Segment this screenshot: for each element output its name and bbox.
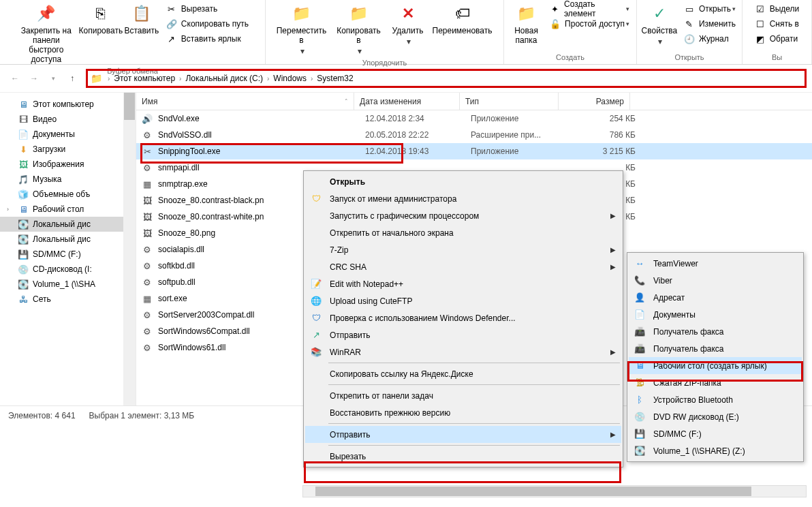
open-button[interactable]: ▭Открыть▾ [680, 1, 740, 16]
delete-button[interactable]: ✕Удалить▾ [388, 1, 428, 48]
menu-separator [328, 423, 620, 424]
menu-item[interactable]: 🛡Проверка с использованием Windows Defen… [305, 309, 621, 326]
sidebar-scrollbar[interactable] [123, 93, 136, 405]
pin-button[interactable]: 📌 Закрепить на панели быстрого доступа [12, 1, 80, 65]
menu-item[interactable]: ᛒУстройство Bluetooth [629, 391, 802, 408]
breadcrumb[interactable]: Локальный диск (C:) [183, 74, 266, 83]
nav-recent-button[interactable]: ▾ [45, 70, 61, 87]
tree-item[interactable]: ›🖥Рабочий стол [0, 202, 136, 217]
menu-item[interactable]: Скопировать ссылку на Яндекс.Диске [305, 365, 621, 382]
tree-item[interactable]: 💿CD-дисковод (I: [0, 262, 136, 277]
copy-to-button[interactable]: 📁Копировать в▾ [330, 1, 388, 57]
history-button[interactable]: 🕘Журнал [680, 31, 740, 46]
menu-item[interactable]: Открепить от панели задач [305, 387, 621, 404]
menu-item[interactable]: 📞Viber [629, 272, 802, 289]
menu-item[interactable]: Открыть [305, 173, 621, 190]
properties-button[interactable]: ✓Свойства▾ [639, 1, 680, 48]
chevron-down-icon: ▾ [658, 37, 662, 46]
new-folder-button[interactable]: 📁Новая папка [507, 1, 546, 46]
nav-forward-button[interactable]: → [26, 70, 42, 87]
tree-item[interactable]: 🖥Этот компьютер [0, 97, 136, 112]
breadcrumb[interactable]: Этот компьютер [111, 74, 178, 83]
menu-item[interactable]: 📠Получатель факса [629, 340, 802, 357]
menu-item[interactable]: 👤Адресат [629, 289, 802, 306]
menu-item[interactable]: 7-Zip▶ [305, 241, 621, 258]
paste-shortcut-button[interactable]: ↗Вставить ярлык [162, 31, 253, 46]
status-item-count: Элементов: 4 641 [8, 411, 76, 420]
menu-item-label: Edit with Notepad++ [330, 279, 403, 289]
menu-item[interactable]: ↔TeamViewer [629, 255, 802, 272]
chevron-right-icon[interactable]: › [106, 75, 111, 82]
col-date[interactable]: Дата изменения [354, 93, 460, 110]
menu-item[interactable]: 💿DVD RW дисковод (E:) [629, 408, 802, 425]
menu-item[interactable]: Отправить▶ [305, 426, 621, 443]
tree-item[interactable]: 🎵Музыка [0, 172, 136, 187]
menu-item[interactable]: 🌐Upload using CuteFTP [305, 292, 621, 309]
move-to-button[interactable]: 📁Переместить в▾ [273, 1, 330, 57]
tree-item[interactable]: 🎞Видео [0, 112, 136, 127]
rename-button[interactable]: 🏷Переименовать [428, 1, 497, 37]
col-size[interactable]: Размер [559, 93, 630, 110]
breadcrumb[interactable]: System32 [314, 74, 356, 83]
menu-item[interactable]: 📠Получатель факса [629, 323, 802, 340]
nav-back-button[interactable]: ← [7, 70, 23, 87]
tree-item[interactable]: 💽Локальный дис [0, 217, 136, 232]
menu-item-icon: 📝 [308, 278, 324, 290]
chevron-right-icon[interactable]: › [309, 75, 314, 82]
menu-item[interactable]: Запустить с графическим процессором▶ [305, 207, 621, 224]
tree-item[interactable]: 🧊Объемные объ [0, 187, 136, 202]
easy-access-button[interactable]: 🔓Простой доступ▾ [546, 16, 634, 31]
tree-item[interactable]: 💽Volume_1 (\\SHA [0, 277, 136, 292]
copy-path-button[interactable]: 🔗Скопировать путь [162, 16, 253, 31]
invert-selection-button[interactable]: ◩Обрати [751, 31, 804, 46]
select-all-button[interactable]: ☑Выдели [751, 1, 804, 16]
breadcrumb[interactable]: Windows [270, 74, 309, 83]
chevron-right-icon[interactable]: › [178, 75, 183, 82]
tree-item[interactable]: 💽Локальный дис [0, 232, 136, 247]
tree-item[interactable]: 📄Документы [0, 127, 136, 142]
address-bar[interactable]: 📁 › Этот компьютер › Локальный диск (C:)… [86, 69, 807, 88]
chevron-right-icon[interactable]: › [266, 75, 270, 82]
tree-item[interactable]: 💾SD/MMC (F:) [0, 247, 136, 262]
menu-item[interactable]: Открепить от начального экрана [305, 224, 621, 241]
menu-item[interactable]: 🛡Запуск от имени администратора [305, 190, 621, 207]
file-type: Расширение при... [471, 130, 569, 140]
tree-item[interactable]: 🖧Сеть [0, 292, 136, 307]
tree-item-icon: 🖥 [18, 204, 29, 215]
menu-item[interactable]: 🖥Рабочий стол (создать ярлык) [629, 357, 802, 374]
expand-icon[interactable]: › [7, 206, 9, 213]
tree-item[interactable]: ⬇Загрузки [0, 142, 136, 157]
file-icon: ⚙ [142, 309, 153, 320]
menu-item[interactable]: ↗Отправить [305, 326, 621, 343]
file-row[interactable]: 🔊SndVol.exe12.04.2018 2:34Приложение254 … [136, 110, 812, 127]
nav-up-button[interactable]: ↑ [64, 70, 80, 87]
menu-item[interactable]: Вырезать [305, 448, 621, 465]
col-name[interactable]: Имя˄ [136, 93, 354, 110]
file-row[interactable]: ⚙SndVolSSO.dll20.05.2018 22:22Расширение… [136, 127, 812, 143]
menu-item-icon: 👤 [631, 292, 648, 304]
copy-button[interactable]: ⎘ Копировать [80, 1, 121, 37]
window-h-scrollbar[interactable] [302, 485, 807, 497]
menu-item-icon: 💿 [631, 411, 648, 423]
file-size: 3 215 КБ [569, 147, 636, 156]
col-type[interactable]: Тип [460, 93, 559, 110]
menu-item[interactable]: 🗜Сжатая ZIP-папка [629, 374, 802, 391]
file-row[interactable]: ✂SnippingTool.exe12.04.2018 19:43Приложе… [136, 143, 812, 159]
menu-item[interactable]: 💾SD/MMC (F:) [629, 425, 802, 442]
menu-item[interactable]: Восстановить прежнюю версию [305, 404, 621, 421]
deselect-button[interactable]: ☐Снять в [751, 16, 804, 31]
tree-item-icon: 💽 [18, 279, 29, 290]
paste-button[interactable]: 📋 Вставить [121, 1, 162, 37]
tree-item-label: CD-дисковод (I: [33, 264, 92, 274]
tree-item[interactable]: 🖼Изображения [0, 157, 136, 172]
menu-item-label: Viber [653, 276, 672, 286]
menu-item[interactable]: 📄Документы [629, 306, 802, 323]
new-item-button[interactable]: ✦Создать элемент▾ [546, 1, 634, 16]
menu-item[interactable]: 💽Volume_1 (\\SHARE) (Z:) [629, 442, 802, 459]
menu-item[interactable]: 📚WinRAR▶ [305, 343, 621, 360]
submenu-arrow-icon: ▶ [610, 431, 616, 438]
menu-item[interactable]: CRC SHA▶ [305, 258, 621, 275]
cut-button[interactable]: ✂Вырезать [162, 1, 253, 16]
menu-item[interactable]: 📝Edit with Notepad++ [305, 275, 621, 292]
edit-button[interactable]: ✎Изменить [680, 16, 740, 31]
